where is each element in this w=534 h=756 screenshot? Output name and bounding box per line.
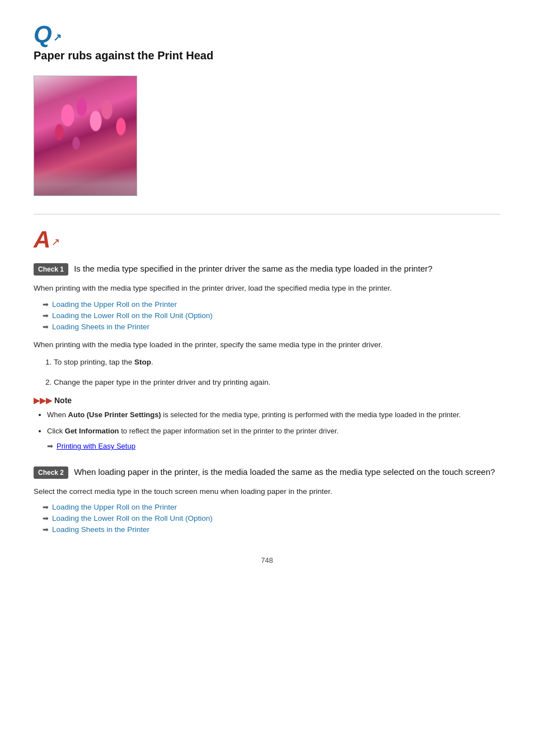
note-arrows-icon: ▶▶▶ [34,396,52,405]
list-item: Change the paper type in the printer dri… [54,376,500,389]
link-upper-roll-2[interactable]: Loading the Upper Roll on the Printer [52,503,177,511]
a-icon: A ↗ [34,228,500,251]
flower-image [34,76,137,195]
auto-bold: Auto (Use Printer Settings) [68,410,161,419]
check2-badge: Check 2 [34,466,68,479]
link-loading-sheets-1[interactable]: Loading Sheets in the Printer [52,323,149,331]
list-item: ➡ Loading the Upper Roll on the Printer [43,503,500,511]
list-item: To stop printing, tap the Stop. [54,356,500,368]
note-box: ▶▶▶ Note When Auto (Use Printer Settings… [34,396,500,452]
check1-section: Check 1 Is the media type specified in t… [34,263,500,452]
link-upper-roll[interactable]: Loading the Upper Roll on the Printer [52,300,177,309]
stop-bold: Stop [134,358,151,366]
arrow-icon: ➡ [43,514,49,522]
list-item: ➡ Loading Sheets in the Printer [43,525,500,534]
arrow-icon: ➡ [43,300,49,309]
arrow-icon: ➡ [43,503,49,511]
list-item: ➡ Printing with Easy Setup [47,441,500,452]
check1-link-list: ➡ Loading the Upper Roll on the Printer … [43,300,500,331]
list-item: ➡ Loading the Lower Roll on the Roll Uni… [43,514,500,522]
link-lower-roll-2[interactable]: Loading the Lower Roll on the Roll Unit … [52,514,213,522]
list-item: ➡ Loading the Upper Roll on the Printer [43,300,500,309]
link-easy-setup[interactable]: Printing with Easy Setup [57,441,135,452]
list-item: Click Get Information to reflect the pap… [47,426,500,452]
page-number: 748 [34,556,500,564]
check1-heading-text: Is the media type specified in the print… [74,264,432,273]
q-icon: Q ↗ [34,22,500,46]
arrow-icon: ➡ [43,311,49,320]
list-item: ➡ Loading Sheets in the Printer [43,323,500,331]
check1-badge: Check 1 [34,263,68,276]
section-divider [34,214,500,214]
note-heading: ▶▶▶ Note [34,396,500,405]
check2-heading: Check 2 When loading paper in the printe… [34,466,500,479]
check1-heading: Check 1 Is the media type specified in t… [34,263,500,276]
get-info-bold: Get Information [65,427,119,435]
link-loading-sheets-2[interactable]: Loading Sheets in the Printer [52,525,149,534]
arrow-icon: ➡ [47,441,53,452]
arrow-icon: ➡ [43,323,49,331]
sub-link-list: ➡ Printing with Easy Setup [47,441,500,452]
page-title: Paper rubs against the Print Head [34,49,500,62]
a-arrow: ↗ [51,236,60,248]
note-label: Note [54,396,72,405]
a-letter: A [34,228,50,251]
note-list: When Auto (Use Printer Settings) is sele… [47,409,500,452]
arrow-icon: ➡ [43,525,49,534]
check1-intro: When printing with the media type specif… [34,282,500,295]
check1-after-links: When printing with the media type loaded… [34,339,500,351]
step2-text: Change the paper type in the printer dri… [54,378,270,386]
check2-section: Check 2 When loading paper in the printe… [34,466,500,534]
printer-image [34,76,137,196]
check2-link-list: ➡ Loading the Upper Roll on the Printer … [43,503,500,534]
q-arrow: ↗ [53,32,62,43]
q-letter: Q [34,22,52,46]
check2-intro: Select the correct media type in the tou… [34,486,500,498]
list-item: ➡ Loading the Lower Roll on the Roll Uni… [43,311,500,320]
check1-steps: To stop printing, tap the Stop. Change t… [54,356,500,388]
list-item: When Auto (Use Printer Settings) is sele… [47,409,500,421]
check2-heading-text: When loading paper in the printer, is th… [74,467,495,477]
link-lower-roll[interactable]: Loading the Lower Roll on the Roll Unit … [52,311,213,320]
